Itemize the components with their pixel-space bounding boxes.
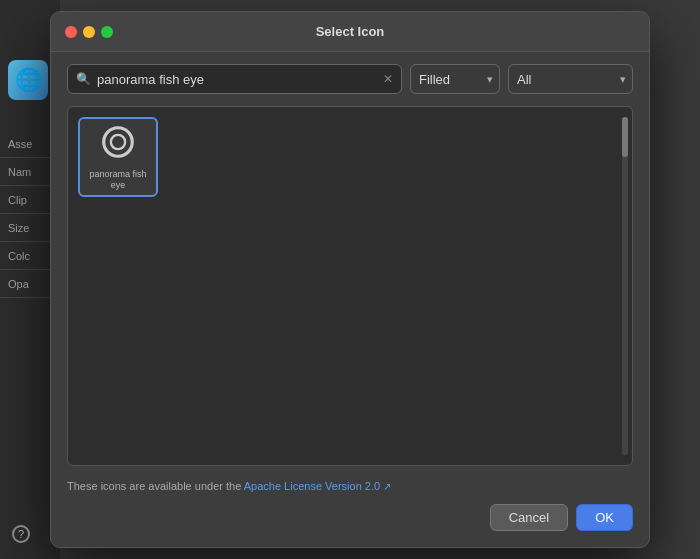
- search-clear-button[interactable]: ✕: [383, 73, 393, 85]
- close-button[interactable]: [65, 26, 77, 38]
- panorama-fish-eye-icon: [99, 123, 137, 165]
- select-icon-dialog: Select Icon 🔍 ✕ Filled Outlined Round Tw…: [50, 11, 650, 548]
- cancel-button[interactable]: Cancel: [490, 504, 568, 531]
- license-row: These icons are available under the Apac…: [67, 476, 633, 496]
- minimize-button[interactable]: [83, 26, 95, 38]
- scrollbar[interactable]: [622, 117, 628, 455]
- style-dropdown-wrap: Filled Outlined Round Two Tone Sharp: [410, 64, 500, 94]
- search-wrapper: 🔍 ✕: [67, 64, 402, 94]
- help-button[interactable]: ?: [12, 525, 30, 543]
- maximize-button[interactable]: [101, 26, 113, 38]
- app-icon: 🌐: [8, 60, 48, 100]
- dialog-body: 🔍 ✕ Filled Outlined Round Two Tone Sharp…: [51, 52, 649, 547]
- apache-license-link[interactable]: Apache License Version 2.0: [244, 480, 380, 492]
- search-input[interactable]: [97, 72, 383, 87]
- icons-grid: panorama fish eye: [67, 106, 633, 466]
- scrollbar-thumb[interactable]: [622, 117, 628, 157]
- right-panel: [650, 0, 700, 559]
- dialog-buttons: Cancel OK: [67, 496, 633, 535]
- category-dropdown-wrap: All Action Alert AV Communication Conten…: [508, 64, 633, 94]
- search-icon: 🔍: [76, 72, 91, 86]
- dialog-titlebar: Select Icon: [51, 12, 649, 52]
- dialog-title: Select Icon: [316, 24, 385, 39]
- ok-button[interactable]: OK: [576, 504, 633, 531]
- svg-point-1: [111, 135, 125, 149]
- external-link-icon: ↗: [383, 481, 391, 492]
- window-controls: [65, 26, 113, 38]
- icon-label-panorama-fish-eye: panorama fish eye: [82, 169, 154, 191]
- search-row: 🔍 ✕ Filled Outlined Round Two Tone Sharp…: [67, 64, 633, 94]
- category-dropdown[interactable]: All Action Alert AV Communication Conten…: [508, 64, 633, 94]
- icon-item-panorama-fish-eye[interactable]: panorama fish eye: [78, 117, 158, 197]
- license-prefix: These icons are available under the: [67, 480, 241, 492]
- style-dropdown[interactable]: Filled Outlined Round Two Tone Sharp: [410, 64, 500, 94]
- svg-point-0: [104, 128, 133, 157]
